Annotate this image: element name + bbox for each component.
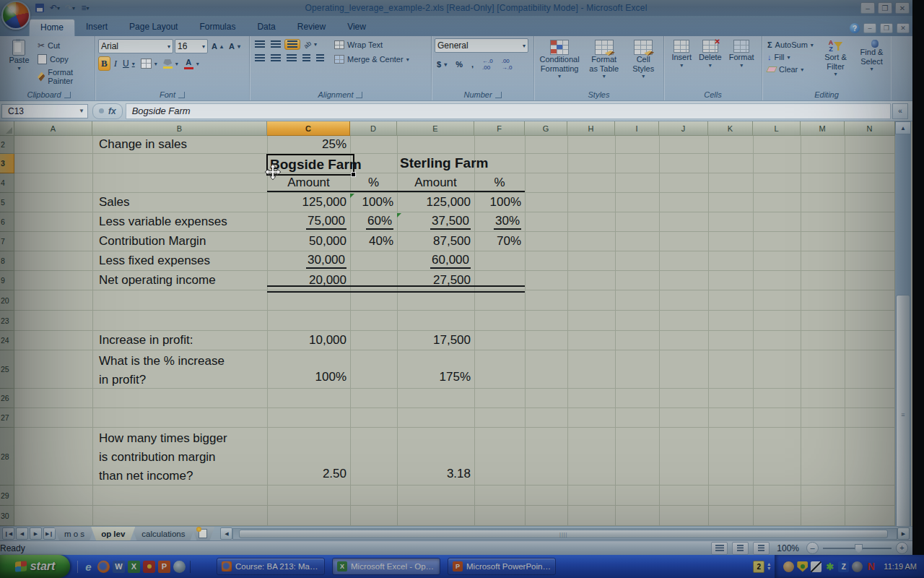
cell-b19[interactable]: Net operating income — [92, 271, 267, 290]
tray-app-icon[interactable]: ✱ — [824, 561, 835, 572]
align-top-button[interactable] — [253, 40, 267, 49]
sheet-tab-mos[interactable]: m o s — [54, 527, 95, 540]
cell-e24[interactable]: 17,500 — [397, 331, 474, 350]
row-header-27[interactable]: 27 — [0, 408, 14, 428]
sheet-tab-op-lev[interactable]: op lev — [91, 527, 135, 540]
column-header-a[interactable]: A — [14, 121, 92, 136]
cell-e15[interactable]: 125,000 — [397, 193, 474, 212]
font-family-select[interactable]: Arial▾ — [98, 39, 173, 53]
shrink-font-button[interactable]: A▾ — [227, 41, 243, 51]
cell-f16[interactable]: 30% — [474, 212, 525, 231]
cell-b24[interactable]: Increase in profit: — [92, 331, 267, 350]
autosum-button[interactable]: ΣAutoSum▾ — [765, 40, 816, 50]
tab-view[interactable]: View — [336, 19, 377, 36]
paste-button[interactable]: Paste ▾ — [6, 38, 32, 87]
close-button[interactable]: ✕ — [895, 2, 910, 14]
cell-c16[interactable]: 75,000 — [267, 212, 350, 231]
vertical-scroll-track[interactable] — [895, 134, 911, 527]
select-all-button[interactable] — [0, 121, 14, 136]
office-button[interactable] — [1, 1, 30, 30]
cell-c25[interactable]: 100% — [267, 350, 350, 388]
cell-c24[interactable]: 10,000 — [267, 331, 350, 350]
copy-button[interactable]: Copy — [35, 53, 92, 65]
row-20-cells[interactable] — [14, 290, 895, 311]
row-13-cells[interactable]: Bogside Farm Sterling Farm — [14, 154, 895, 173]
comma-style-button[interactable]: , — [469, 59, 476, 69]
dialog-launcher-icon[interactable] — [356, 92, 362, 98]
row-header-15[interactable]: 5 — [0, 193, 14, 212]
row-29-cells[interactable] — [14, 486, 895, 506]
decrease-decimal-button[interactable]: .00→.0 — [500, 57, 515, 72]
scroll-right-button[interactable]: ▶ — [897, 527, 910, 540]
internet-explorer-icon[interactable]: e — [82, 561, 95, 573]
tray-z-app-icon[interactable]: Z — [838, 561, 849, 572]
workbook-close-button[interactable]: ✕ — [897, 23, 910, 33]
tab-page-layout[interactable]: Page Layout — [118, 19, 188, 36]
redo-button[interactable]: ↷▾ — [64, 2, 77, 14]
font-color-button[interactable]: A▾ — [182, 58, 201, 70]
row-23-cells[interactable] — [14, 311, 895, 331]
cell-e17[interactable]: 87,500 — [397, 232, 474, 251]
name-box[interactable]: C13▼ — [1, 104, 88, 118]
tray-app-icon[interactable] — [783, 561, 794, 572]
font-size-select[interactable]: 16▾ — [175, 39, 208, 53]
normal-view-button[interactable] — [711, 542, 728, 555]
cell-b12[interactable]: Change in sales — [92, 136, 267, 153]
minimize-button[interactable]: – — [860, 2, 875, 14]
row-27-cells[interactable] — [14, 408, 895, 428]
row-30-cells[interactable] — [14, 506, 895, 526]
row-header-13[interactable]: 3 — [0, 154, 14, 173]
dialog-launcher-icon[interactable] — [64, 92, 71, 98]
find-select-button[interactable]: Find & Select▾ — [855, 38, 888, 87]
cell-c18[interactable]: 30,000 — [267, 251, 350, 270]
tab-review[interactable]: Review — [287, 19, 336, 36]
row-18-cells[interactable]: Less fixed expenses 30,000 60,000 — [14, 251, 895, 271]
row-header-19[interactable]: 9 — [0, 271, 14, 290]
decrease-indent-button[interactable] — [300, 53, 313, 63]
first-sheet-button[interactable]: ❙◀ — [2, 527, 14, 540]
help-button[interactable]: ? — [850, 23, 860, 33]
tab-formulas[interactable]: Formulas — [188, 19, 246, 36]
row-25-cells[interactable]: What is the % increasein profit? 100% 17… — [14, 350, 895, 389]
format-cells-button[interactable]: Format▾ — [727, 38, 757, 87]
last-sheet-button[interactable]: ▶❙ — [43, 527, 56, 540]
task-firefox-course[interactable]: Course: BA 213: Man... — [217, 558, 325, 575]
align-bottom-button[interactable] — [284, 39, 300, 50]
column-header-n[interactable]: N — [845, 121, 895, 136]
cut-button[interactable]: ✂Cut — [35, 40, 92, 51]
workbook-minimize-button[interactable]: – — [863, 23, 876, 33]
cell-e25[interactable]: 175% — [397, 350, 474, 388]
zoom-in-button[interactable]: + — [896, 542, 908, 554]
column-header-k[interactable]: K — [708, 121, 753, 136]
zoom-slider-thumb[interactable] — [855, 544, 863, 553]
row-header-14[interactable]: 4 — [0, 173, 14, 193]
firefox-icon[interactable] — [97, 561, 110, 573]
row-header-16[interactable]: 6 — [0, 212, 14, 232]
cell-e28[interactable]: 3.18 — [397, 428, 474, 485]
delete-cells-button[interactable]: ✕ Delete▾ — [697, 38, 724, 87]
italic-button[interactable]: I — [112, 57, 119, 70]
orientation-button[interactable]: ab▾ — [302, 40, 319, 49]
column-header-b[interactable]: B — [92, 121, 267, 136]
align-center-button[interactable] — [269, 53, 283, 63]
save-button[interactable] — [33, 2, 46, 14]
volume-icon[interactable] — [852, 561, 863, 572]
borders-button[interactable]: ▾ — [139, 58, 160, 69]
column-header-e[interactable]: E — [397, 121, 474, 136]
tray-app-icon[interactable] — [811, 561, 821, 572]
tab-home[interactable]: Home — [29, 19, 75, 36]
vertical-scroll-thumb[interactable] — [896, 295, 910, 535]
row-28-cells[interactable]: How many times biggeris contribution mar… — [14, 428, 895, 486]
word-icon[interactable]: W — [113, 561, 125, 573]
cell-c15[interactable]: 125,000 — [267, 193, 350, 212]
accounting-format-button[interactable]: $▾ — [435, 59, 449, 69]
cell-b18[interactable]: Less fixed expenses — [92, 251, 267, 270]
bold-button[interactable]: B — [98, 56, 110, 71]
task-excel[interactable]: X Microsoft Excel - Ope... — [332, 558, 440, 575]
clear-button[interactable]: Clear▾ — [765, 64, 816, 74]
cell-d14[interactable]: % — [350, 173, 397, 192]
fill-handle[interactable] — [351, 172, 356, 177]
zoom-slider-track[interactable] — [823, 548, 892, 549]
row-header-30[interactable]: 30 — [0, 506, 14, 526]
increase-indent-button[interactable] — [314, 53, 326, 63]
